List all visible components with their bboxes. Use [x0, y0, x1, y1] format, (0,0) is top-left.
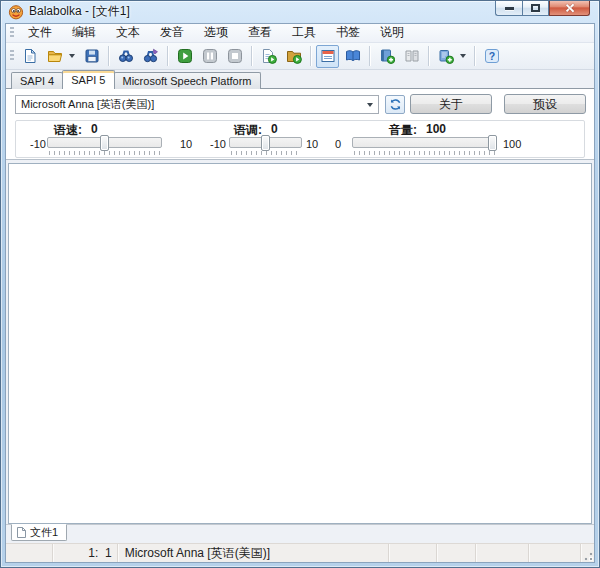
resize-grip[interactable]	[581, 549, 594, 562]
rate-min: -10	[18, 138, 46, 150]
statusbar-section	[529, 544, 581, 562]
rate-slider[interactable]	[47, 137, 162, 148]
rate-slider-ticks	[49, 151, 160, 155]
voice-select-value: Microsoft Anna [英语(美国)]	[16, 97, 362, 112]
tab-sapi4[interactable]: SAPI 4	[11, 72, 63, 89]
dictionary-button[interactable]	[341, 45, 364, 68]
panel-window-icon	[320, 48, 336, 64]
voice-sliders-groupbox: 语速:0 -10 10 语调:0 -10 10	[15, 120, 585, 158]
about-voice-button[interactable]: 关于	[410, 94, 492, 114]
document-tab-label: 文件1	[30, 525, 58, 540]
new-file-icon	[22, 48, 38, 64]
pause-icon	[202, 48, 218, 64]
volume-slider[interactable]	[352, 137, 497, 148]
save-button[interactable]	[80, 45, 103, 68]
menu-file[interactable]: 文件	[19, 23, 61, 43]
batch-audio-conversion-button[interactable]	[282, 45, 305, 68]
open-dropdown-icon[interactable]	[69, 54, 75, 58]
editor-textarea[interactable]	[8, 163, 592, 524]
book-add-icon	[379, 48, 395, 64]
refresh-icon	[389, 98, 402, 111]
voice-select-arrow[interactable]	[362, 96, 378, 113]
close-button[interactable]	[549, 1, 590, 16]
open-file-button[interactable]	[42, 45, 79, 68]
audio-export-button[interactable]	[433, 45, 470, 68]
document-tabbar: 文件1	[6, 524, 594, 543]
stop-button[interactable]	[223, 45, 246, 68]
find-button[interactable]	[114, 45, 137, 68]
menu-tools[interactable]: 工具	[283, 23, 325, 43]
folder-play-icon	[286, 48, 302, 64]
new-file-button[interactable]	[18, 45, 41, 68]
chevron-down-icon	[367, 103, 373, 107]
document-tab[interactable]: 文件1	[11, 524, 67, 541]
presets-button[interactable]: 预设	[504, 94, 586, 114]
refresh-voices-button[interactable]	[385, 95, 405, 114]
pitch-slider-thumb[interactable]	[261, 135, 270, 151]
toolbar-separator	[251, 46, 252, 66]
stop-icon	[227, 48, 243, 64]
help-button[interactable]: ?	[480, 45, 503, 68]
tab-sapi5[interactable]: SAPI 5	[62, 70, 114, 89]
gray-books-icon	[404, 48, 420, 64]
add-dictionary-button[interactable]	[375, 45, 398, 68]
toolbar-separator	[474, 46, 475, 66]
open-book-icon	[345, 48, 361, 64]
maximize-button[interactable]	[522, 1, 549, 16]
volume-slider-ticks	[354, 151, 495, 155]
statusbar-voice: Microsoft Anna [英语(美国)]	[118, 544, 389, 562]
pitch-slider[interactable]	[229, 137, 302, 148]
rate-slider-thumb[interactable]	[100, 135, 109, 151]
voice-select[interactable]: Microsoft Anna [英语(美国)]	[15, 95, 379, 114]
volume-slider-thumb[interactable]	[488, 135, 497, 151]
statusbar: 1: 1 Microsoft Anna [英语(美国)]	[6, 543, 594, 562]
tab-microsoft-speech-platform[interactable]: Microsoft Speech Platform	[114, 72, 261, 89]
audio-export-dropdown-icon[interactable]	[460, 54, 466, 58]
play-button[interactable]	[173, 45, 196, 68]
voice-panel: Microsoft Anna [英语(美国)] 关于 预设 语速:0 -10	[6, 88, 594, 160]
minimize-button[interactable]	[495, 1, 522, 16]
toolbar: ?	[6, 43, 594, 70]
menu-help[interactable]: 说明	[371, 23, 413, 43]
menubar: 文件 编辑 文本 发音 选项 查看 工具 书签 说明	[6, 24, 594, 43]
statusbar-section	[437, 544, 477, 562]
menu-text[interactable]: 文本	[107, 23, 149, 43]
balabolka-app-icon	[8, 4, 24, 20]
window-title: Balabolka - [文件1]	[29, 3, 130, 20]
toolbar-grip[interactable]	[10, 50, 14, 62]
toolbar-separator	[369, 46, 370, 66]
menu-edit[interactable]: 编辑	[63, 23, 105, 43]
statusbar-section-modified	[6, 544, 53, 562]
client-area: 文件 编辑 文本 发音 选项 查看 工具 书签 说明	[5, 23, 595, 563]
menu-options[interactable]: 选项	[195, 23, 237, 43]
menu-bookmarks[interactable]: 书签	[327, 23, 369, 43]
pitch-min: -10	[198, 138, 226, 150]
toolbar-separator	[167, 46, 168, 66]
audio-export-icon	[438, 48, 454, 64]
menu-view[interactable]: 查看	[239, 23, 281, 43]
toolbar-separator	[108, 46, 109, 66]
find-binoculars-icon	[118, 48, 134, 64]
svg-text:?: ?	[488, 50, 494, 62]
statusbar-section	[476, 544, 529, 562]
pause-button[interactable]	[198, 45, 221, 68]
menubar-grip[interactable]	[10, 27, 14, 39]
window-controls	[495, 1, 590, 16]
toggle-voice-panel-button[interactable]	[316, 45, 339, 68]
toolbar-separator	[428, 46, 429, 66]
voice-engine-tabs: SAPI 4 SAPI 5 Microsoft Speech Platform	[6, 70, 594, 89]
save-audio-file-button[interactable]	[257, 45, 280, 68]
open-folder-icon	[47, 48, 63, 64]
file-play-icon	[261, 48, 277, 64]
toolbar-separator	[310, 46, 311, 66]
volume-min: 0	[313, 138, 341, 150]
close-icon	[565, 3, 575, 13]
maximize-icon	[531, 4, 540, 12]
app-window: Balabolka - [文件1] 文件 编辑 文本 发音 选项 查看 工具 书…	[0, 0, 600, 568]
replace-button[interactable]	[139, 45, 162, 68]
save-floppy-icon	[84, 48, 100, 64]
help-icon: ?	[484, 48, 500, 64]
menu-speech[interactable]: 发音	[151, 23, 193, 43]
rate-max: 10	[180, 138, 192, 150]
compare-documents-button[interactable]	[400, 45, 423, 68]
